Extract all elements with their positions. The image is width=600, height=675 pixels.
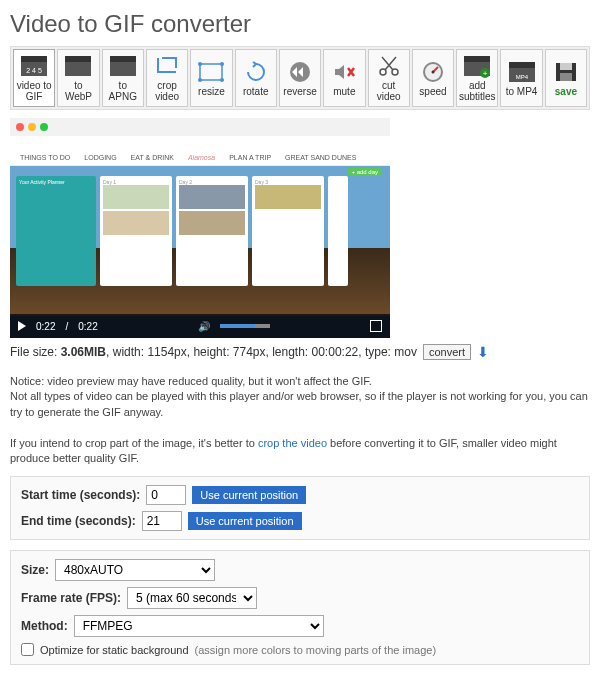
svg-rect-5 <box>110 56 136 62</box>
svg-rect-3 <box>65 56 91 62</box>
fullscreen-icon[interactable] <box>370 320 382 332</box>
convert-type-button[interactable]: convert <box>423 344 471 360</box>
use-current-start-button[interactable]: Use current position <box>192 486 306 504</box>
tool-cut-video[interactable]: cut video <box>368 49 410 107</box>
svg-rect-17 <box>464 56 490 62</box>
preview-card <box>328 176 348 286</box>
browser-url-bar <box>10 136 390 150</box>
toolbar: 2 4 5 video to GIF to WebP to APNG crop … <box>10 46 590 110</box>
use-current-end-button[interactable]: Use current position <box>188 512 302 530</box>
preview-site-nav: THINGS TO DOLODGINGEAT & DRINKAlamosaPLA… <box>10 150 390 166</box>
preview-card: Day 1 <box>100 176 172 286</box>
clapper-gif-icon: 2 4 5 <box>19 54 49 78</box>
svg-text:+: + <box>483 69 488 78</box>
rotate-icon <box>241 60 271 84</box>
svg-rect-26 <box>560 73 572 81</box>
svg-rect-4 <box>65 62 91 76</box>
volume-slider[interactable] <box>220 324 270 328</box>
cut-icon <box>374 54 404 78</box>
preview-content: + add day Your Activity Planner Day 1 Da… <box>10 166 390 316</box>
file-size: 3.06MIB <box>61 345 106 359</box>
svg-rect-7 <box>200 64 222 80</box>
end-time-label: End time (seconds): <box>21 514 136 528</box>
page-title: Video to GIF converter <box>10 10 590 38</box>
start-time-label: Start time (seconds): <box>21 488 140 502</box>
crop-video-link[interactable]: crop the video <box>258 437 327 449</box>
preview-card: Day 3 <box>252 176 324 286</box>
tool-to-apng[interactable]: to APNG <box>102 49 144 107</box>
tool-save[interactable]: save <box>545 49 587 107</box>
tool-add-subtitles[interactable]: + add subtitles <box>456 49 498 107</box>
output-settings-form: Size: 480xAUTO Frame rate (FPS): 5 (max … <box>10 550 590 665</box>
video-controls: 0:22 / 0:22 🔊 <box>10 314 390 338</box>
clapper-mp4-icon: MP4 <box>507 60 537 84</box>
svg-rect-21 <box>509 62 535 68</box>
tool-resize[interactable]: resize <box>190 49 232 107</box>
video-time-total: 0:22 <box>78 321 97 332</box>
mute-icon <box>329 60 359 84</box>
optimize-label: Optimize for static background <box>40 644 189 656</box>
start-time-input[interactable] <box>146 485 186 505</box>
end-time-input[interactable] <box>142 511 182 531</box>
size-label: Size: <box>21 563 49 577</box>
tool-crop-video[interactable]: crop video <box>146 49 188 107</box>
time-range-form: Start time (seconds): Use current positi… <box>10 476 590 540</box>
tool-to-webp[interactable]: to WebP <box>57 49 99 107</box>
subtitles-icon: + <box>462 54 492 78</box>
tool-video-to-gif[interactable]: 2 4 5 video to GIF <box>13 49 55 107</box>
svg-point-9 <box>220 62 224 66</box>
tool-reverse[interactable]: reverse <box>279 49 321 107</box>
tool-rotate[interactable]: rotate <box>235 49 277 107</box>
svg-point-10 <box>198 78 202 82</box>
resize-icon <box>196 60 226 84</box>
video-time-current: 0:22 <box>36 321 55 332</box>
browser-chrome <box>10 118 390 136</box>
svg-rect-0 <box>21 56 47 62</box>
method-label: Method: <box>21 619 68 633</box>
svg-point-16 <box>431 70 434 73</box>
crop-icon <box>152 54 182 78</box>
tool-mute[interactable]: mute <box>323 49 365 107</box>
svg-rect-6 <box>110 62 136 76</box>
clapper-apng-icon <box>108 54 138 78</box>
method-select[interactable]: FFMPEG <box>74 615 324 637</box>
file-info: File size: 3.06MIB, width: 1154px, heigh… <box>10 344 590 360</box>
reverse-icon <box>285 60 315 84</box>
fps-select[interactable]: 5 (max 60 seconds) <box>127 587 257 609</box>
optimize-checkbox[interactable] <box>21 643 34 656</box>
video-preview[interactable]: THINGS TO DOLODGINGEAT & DRINKAlamosaPLA… <box>10 118 390 338</box>
notice-text: Notice: video preview may have reduced q… <box>10 374 590 466</box>
tool-to-mp4[interactable]: MP4 to MP4 <box>500 49 542 107</box>
tool-speed[interactable]: speed <box>412 49 454 107</box>
svg-text:MP4: MP4 <box>515 74 528 80</box>
svg-text:2 4 5: 2 4 5 <box>26 67 42 74</box>
svg-point-11 <box>220 78 224 82</box>
size-select[interactable]: 480xAUTO <box>55 559 215 581</box>
fps-label: Frame rate (FPS): <box>21 591 121 605</box>
volume-icon[interactable]: 🔊 <box>198 321 210 332</box>
download-icon[interactable]: ⬇ <box>477 344 489 360</box>
svg-point-8 <box>198 62 202 66</box>
save-icon <box>551 60 581 84</box>
svg-rect-25 <box>560 63 572 70</box>
preview-card: Your Activity Planner <box>16 176 96 286</box>
add-day-badge: + add day <box>347 168 382 176</box>
optimize-hint: (assign more colors to moving parts of t… <box>195 644 437 656</box>
speed-icon <box>418 60 448 84</box>
clapper-webp-icon <box>63 54 93 78</box>
play-icon[interactable] <box>18 321 26 331</box>
preview-card: Day 2 <box>176 176 248 286</box>
